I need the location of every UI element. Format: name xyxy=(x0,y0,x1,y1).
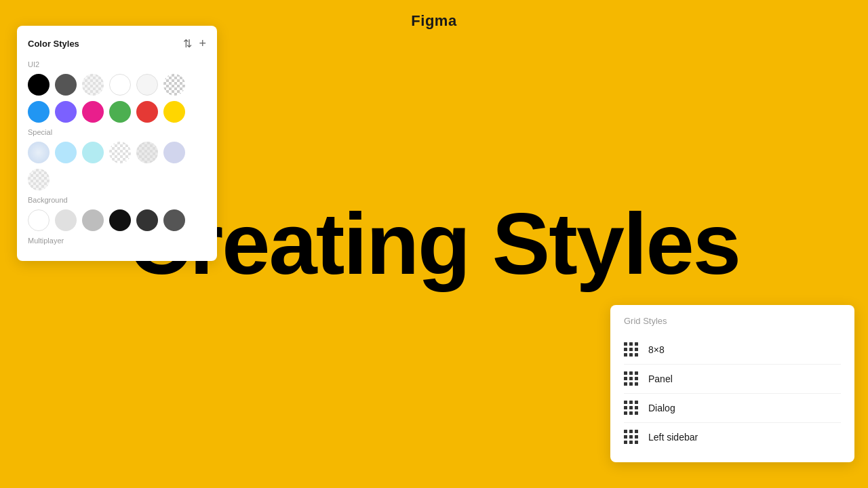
section-label-bg: Background xyxy=(28,196,206,204)
swatch-special-2[interactable] xyxy=(55,142,77,163)
swatch-green[interactable] xyxy=(109,101,131,123)
swatch-special-1[interactable] xyxy=(28,142,50,163)
swatch-pink[interactable] xyxy=(82,101,104,123)
swatch-special-6[interactable] xyxy=(163,142,185,163)
swatch-special-5[interactable] xyxy=(136,142,158,163)
section-label-special: Special xyxy=(28,128,206,136)
grid-styles-title: Grid Styles xyxy=(624,316,841,326)
swatch-bg-darkest[interactable] xyxy=(163,209,185,231)
swatch[interactable] xyxy=(136,74,158,96)
swatch-bg-darker[interactable] xyxy=(136,209,158,231)
grid-item-panel[interactable]: Panel xyxy=(624,365,841,394)
swatch-bg-light[interactable] xyxy=(55,209,77,231)
swatch-bg-mid[interactable] xyxy=(82,209,104,231)
section-label-ui2: UI2 xyxy=(28,60,206,68)
grid-item-8x8[interactable]: 8×8 xyxy=(624,336,841,365)
swatch-purple[interactable] xyxy=(55,101,77,123)
special-row-2 xyxy=(28,169,206,190)
swatch-blue[interactable] xyxy=(28,101,50,123)
swatch-red[interactable] xyxy=(136,101,158,123)
grid-item-left-sidebar[interactable]: Left sidebar xyxy=(624,423,841,451)
swatch[interactable] xyxy=(55,74,77,96)
panel-actions: ⇅ + xyxy=(183,37,206,51)
special-row-1 xyxy=(28,142,206,163)
grid-item-label: Left sidebar xyxy=(648,432,698,443)
grid-icon xyxy=(624,371,639,386)
swatch-special-4[interactable] xyxy=(109,142,131,163)
filter-icon[interactable]: ⇅ xyxy=(183,37,192,50)
swatch-special-3[interactable] xyxy=(82,142,104,163)
panel-header: Color Styles ⇅ + xyxy=(28,37,206,51)
grid-item-label: Panel xyxy=(648,373,673,384)
ui2-row-2 xyxy=(28,101,206,123)
grid-item-label: Dialog xyxy=(648,403,675,413)
swatch-bg-white[interactable] xyxy=(28,209,50,231)
swatch[interactable] xyxy=(109,74,131,96)
swatch-transparent[interactable] xyxy=(163,74,185,96)
grid-item-label: 8×8 xyxy=(648,344,665,355)
add-style-icon[interactable]: + xyxy=(199,37,206,51)
grid-icon xyxy=(624,342,639,357)
bg-row-1 xyxy=(28,209,206,231)
section-label-multiplayer: Multiplayer xyxy=(28,237,206,245)
swatch[interactable] xyxy=(28,74,50,96)
grid-icon xyxy=(624,430,639,445)
app-title: Figma xyxy=(411,12,456,30)
color-styles-title: Color Styles xyxy=(28,39,79,49)
color-styles-panel: Color Styles ⇅ + UI2 Special Backgroun xyxy=(17,26,217,261)
grid-styles-panel: Grid Styles 8×8 Panel Dialog Left s xyxy=(610,305,854,462)
ui2-row-1 xyxy=(28,74,206,96)
swatch-checker[interactable] xyxy=(82,74,104,96)
swatch-special-7[interactable] xyxy=(28,169,50,190)
swatch-bg-dark[interactable] xyxy=(109,209,131,231)
grid-item-dialog[interactable]: Dialog xyxy=(624,394,841,423)
grid-icon xyxy=(624,401,639,415)
page-headline: Creating Styles xyxy=(128,201,740,287)
swatch-yellow[interactable] xyxy=(163,101,185,123)
